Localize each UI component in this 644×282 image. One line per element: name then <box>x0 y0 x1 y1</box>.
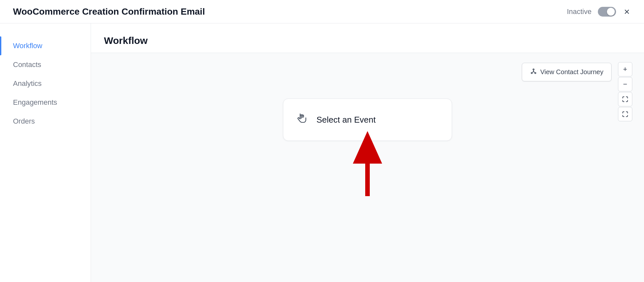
sidebar: Workflow Contacts Analytics Engagements … <box>0 23 91 282</box>
main-layout: Workflow Contacts Analytics Engagements … <box>0 23 644 282</box>
main-content: Workflow View Contact Journey + <box>91 23 644 282</box>
header: WooCommerce Creation Confirmation Email … <box>0 0 644 23</box>
close-button[interactable]: × <box>623 6 631 18</box>
zoom-in-button[interactable]: + <box>618 62 632 76</box>
zoom-controls: + − <box>618 62 632 121</box>
sidebar-item-contacts[interactable]: Contacts <box>0 55 91 74</box>
svg-rect-3 <box>365 160 370 196</box>
page-title: Workflow <box>104 35 148 46</box>
fit-view-button[interactable] <box>618 92 632 106</box>
status-label: Inactive <box>567 7 592 16</box>
zoom-out-button[interactable]: − <box>618 77 632 91</box>
view-journey-label: View Contact Journey <box>540 68 603 76</box>
sidebar-item-workflow[interactable]: Workflow <box>0 36 91 55</box>
svg-point-0 <box>531 73 532 74</box>
event-hand-icon <box>295 112 309 128</box>
sidebar-item-orders[interactable]: Orders <box>0 112 91 131</box>
fullscreen-button[interactable] <box>618 107 632 121</box>
sidebar-item-analytics[interactable]: Analytics <box>0 74 91 93</box>
svg-marker-4 <box>353 131 382 164</box>
header-controls: Inactive × <box>567 6 631 18</box>
main-header: Workflow <box>91 23 644 53</box>
view-journey-button[interactable]: View Contact Journey <box>522 63 612 81</box>
red-arrow-indicator <box>353 131 382 197</box>
toggle-thumb <box>607 8 615 16</box>
status-toggle[interactable] <box>598 7 616 17</box>
event-card-label: Select an Event <box>316 115 376 125</box>
journey-icon <box>530 68 537 76</box>
app-title: WooCommerce Creation Confirmation Email <box>13 7 205 17</box>
toggle-track <box>598 7 616 17</box>
workflow-canvas: View Contact Journey + − <box>91 53 644 282</box>
sidebar-item-engagements[interactable]: Engagements <box>0 93 91 112</box>
svg-point-1 <box>535 73 536 74</box>
